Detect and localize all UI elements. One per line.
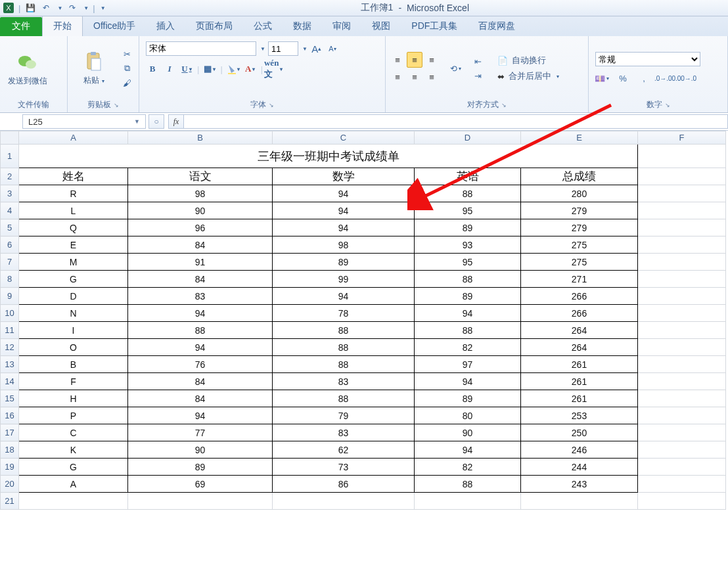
cell[interactable]	[521, 493, 638, 510]
data-cell[interactable]: 88	[273, 356, 415, 373]
column-header[interactable]: F	[638, 131, 726, 145]
data-cell[interactable]: 84	[128, 236, 273, 254]
cell[interactable]	[638, 356, 726, 373]
row-header[interactable]: 1	[1, 145, 19, 168]
decrease-decimal-button[interactable]: .00→.0	[679, 72, 693, 85]
data-cell[interactable]: 90	[415, 424, 521, 441]
cut-button[interactable]: ✂	[120, 47, 133, 60]
cell[interactable]	[638, 168, 726, 185]
data-cell[interactable]: 261	[521, 373, 638, 390]
data-cell[interactable]: R	[19, 185, 128, 202]
column-header[interactable]: B	[128, 131, 273, 145]
data-cell[interactable]: 84	[128, 390, 273, 407]
dialog-launcher-icon[interactable]: ↘	[269, 102, 274, 108]
header-cell[interactable]: 总成绩	[521, 168, 638, 185]
dialog-launcher-icon[interactable]: ↘	[501, 102, 507, 108]
tab-开始[interactable]: 开始	[42, 16, 83, 36]
shrink-font-button[interactable]: A▾	[326, 42, 339, 55]
data-cell[interactable]: 78	[273, 305, 415, 322]
cell[interactable]	[638, 305, 726, 322]
name-box[interactable]: L25 ▼	[22, 114, 146, 129]
row-header[interactable]: 21	[1, 493, 19, 510]
underline-button[interactable]: U▾	[180, 62, 193, 76]
data-cell[interactable]: 94	[128, 407, 273, 424]
data-cell[interactable]: 88	[273, 322, 415, 339]
cell[interactable]	[638, 322, 726, 339]
data-cell[interactable]: G	[19, 459, 128, 476]
percent-button[interactable]: %	[616, 72, 629, 85]
data-cell[interactable]: B	[19, 356, 128, 373]
header-cell[interactable]: 语文	[128, 168, 273, 185]
formula-input[interactable]	[184, 114, 728, 129]
data-cell[interactable]: 94	[273, 219, 415, 236]
align-top-button[interactable]: ≡	[390, 52, 405, 68]
header-cell[interactable]: 姓名	[19, 168, 128, 185]
save-icon[interactable]: 💾	[24, 2, 36, 14]
data-cell[interactable]: 76	[128, 356, 273, 373]
data-cell[interactable]: 77	[128, 424, 273, 441]
tab-页面布局[interactable]: 页面布局	[185, 16, 243, 36]
tab-数据[interactable]: 数据	[283, 16, 322, 36]
redo-icon[interactable]: ↷	[66, 2, 78, 14]
data-cell[interactable]: 98	[273, 236, 415, 254]
data-cell[interactable]: 89	[415, 288, 521, 305]
align-center-button[interactable]: ≡	[407, 69, 422, 85]
select-all-button[interactable]	[1, 131, 19, 145]
data-cell[interactable]: 84	[128, 373, 273, 390]
insert-function-button[interactable]: fx	[168, 114, 184, 129]
chevron-down-icon[interactable]: ▼	[260, 46, 265, 52]
cell[interactable]	[638, 339, 726, 356]
data-cell[interactable]: 82	[415, 339, 521, 356]
data-cell[interactable]: 89	[415, 219, 521, 236]
row-header[interactable]: 9	[1, 288, 19, 305]
font-size-input[interactable]	[268, 41, 298, 56]
cell[interactable]	[638, 441, 726, 459]
data-cell[interactable]: 246	[521, 441, 638, 459]
cell[interactable]	[638, 236, 726, 254]
data-cell[interactable]: 253	[521, 407, 638, 424]
data-cell[interactable]: 279	[521, 202, 638, 219]
wrap-text-button[interactable]: 📄自动换行	[497, 55, 559, 66]
data-cell[interactable]: 89	[128, 459, 273, 476]
decrease-indent-button[interactable]: ⇤	[471, 55, 484, 68]
data-cell[interactable]: 243	[521, 476, 638, 493]
row-header[interactable]: 13	[1, 356, 19, 373]
data-cell[interactable]: 94	[273, 288, 415, 305]
data-cell[interactable]: P	[19, 407, 128, 424]
data-cell[interactable]: 261	[521, 356, 638, 373]
merge-center-button[interactable]: ⬌合并后居中▾	[497, 70, 559, 82]
data-cell[interactable]: D	[19, 288, 128, 305]
data-cell[interactable]: 264	[521, 339, 638, 356]
data-cell[interactable]: 94	[415, 373, 521, 390]
data-cell[interactable]: 80	[415, 407, 521, 424]
data-cell[interactable]: 264	[521, 322, 638, 339]
data-cell[interactable]: 280	[521, 185, 638, 202]
row-header[interactable]: 17	[1, 424, 19, 441]
data-cell[interactable]: 79	[273, 407, 415, 424]
header-cell[interactable]: 数学	[273, 168, 415, 185]
data-cell[interactable]: A	[19, 476, 128, 493]
dialog-launcher-icon[interactable]: ↘	[665, 102, 670, 108]
header-cell[interactable]: 英语	[415, 168, 521, 185]
data-cell[interactable]: 88	[415, 185, 521, 202]
cell[interactable]	[638, 219, 726, 236]
align-right-button[interactable]: ≡	[424, 69, 440, 85]
data-cell[interactable]: 94	[415, 441, 521, 459]
orientation-button[interactable]: ⟲▾	[449, 62, 462, 75]
data-cell[interactable]: 91	[128, 254, 273, 271]
fill-color-button[interactable]: ▾	[227, 62, 240, 76]
column-header[interactable]: D	[415, 131, 521, 145]
phonetic-button[interactable]: wén文▾	[267, 62, 280, 76]
data-cell[interactable]: 88	[415, 476, 521, 493]
format-painter-button[interactable]: 🖌	[120, 76, 133, 89]
undo-menu-icon[interactable]: ▼	[57, 5, 62, 11]
data-cell[interactable]: 93	[415, 236, 521, 254]
row-header[interactable]: 12	[1, 339, 19, 356]
cell[interactable]	[638, 254, 726, 271]
data-cell[interactable]: 90	[128, 441, 273, 459]
data-cell[interactable]: 95	[415, 202, 521, 219]
cell[interactable]	[638, 476, 726, 493]
cell[interactable]	[273, 493, 415, 510]
data-cell[interactable]: 266	[521, 305, 638, 322]
row-header[interactable]: 3	[1, 185, 19, 202]
